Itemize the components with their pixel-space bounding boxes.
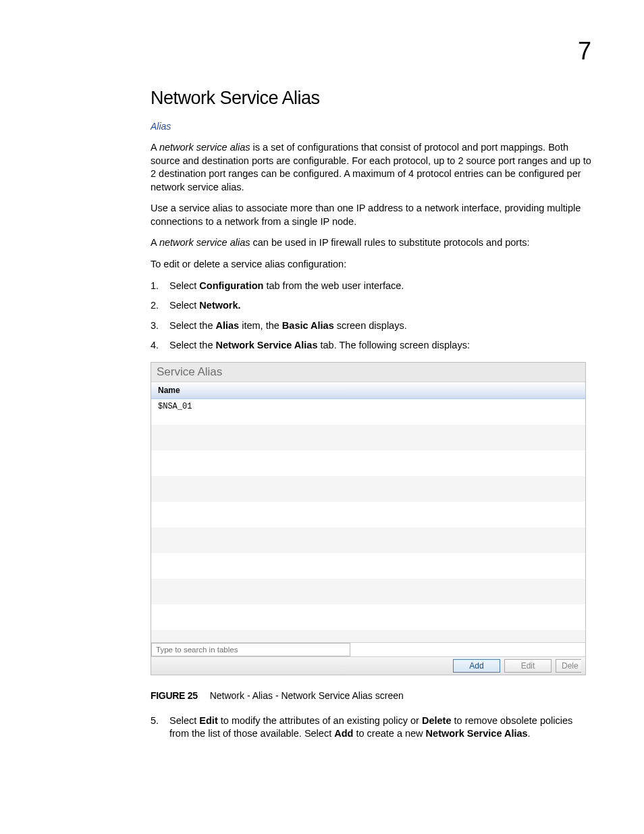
figure-caption-text: Network - Alias - Network Service Alias …	[210, 690, 404, 701]
bold-text: Edit	[199, 715, 217, 726]
step-3: Select the Alias item, the Basic Alias s…	[151, 319, 593, 333]
table-footer	[151, 642, 585, 656]
section-heading: Network Service Alias	[151, 88, 593, 109]
steps-list: Select Configuration tab from the web us…	[151, 280, 593, 353]
panel-title: Service Alias	[151, 363, 585, 382]
bold-text: Delete	[422, 715, 452, 726]
page-content: Network Service Alias Alias A network se…	[151, 88, 593, 741]
text: Select the	[169, 320, 216, 331]
bold-text: Configuration	[199, 280, 263, 291]
text: item, the	[239, 320, 282, 331]
text: Select	[169, 715, 199, 726]
add-button[interactable]: Add	[453, 659, 500, 673]
text: can be used in IP firewall rules to subs…	[250, 237, 529, 248]
edit-button[interactable]: Edit	[504, 659, 552, 673]
paragraph-1: A network service alias is a set of conf…	[151, 141, 593, 194]
text: to create a new	[353, 728, 425, 739]
table-row[interactable]: $NSA_01	[151, 399, 198, 414]
bold-text: Network Service Alias	[426, 728, 528, 739]
text: tab from the web user interface.	[263, 280, 404, 291]
figure-caption: FIGURE 25Network - Alias - Network Servi…	[151, 690, 593, 701]
step-5: Select Edit to modify the attributes of …	[151, 714, 593, 741]
delete-button[interactable]: Dele	[556, 659, 581, 673]
bold-text: Basic Alias	[282, 320, 334, 331]
steps-list-continued: Select Edit to modify the attributes of …	[151, 714, 593, 741]
bold-text: Alias	[216, 320, 240, 331]
text: Select	[169, 280, 199, 291]
paragraph-3: A network service alias can be used in I…	[151, 236, 593, 250]
toolbar: Add Edit Dele	[151, 656, 585, 675]
italic-text: network service alias	[159, 142, 250, 153]
italic-text: network service alias	[159, 237, 250, 248]
figure-label: FIGURE 25	[151, 690, 198, 701]
paragraph-2: Use a service alias to associate more th…	[151, 202, 593, 228]
table-column-header[interactable]: Name	[151, 382, 585, 399]
page-number: 7	[578, 37, 591, 66]
text: tab. The following screen displays:	[318, 340, 470, 350]
bold-text: Network Service Alias	[216, 340, 318, 350]
text: to modify the attributes of an existing …	[218, 715, 422, 726]
text: .	[528, 728, 531, 739]
text: screen displays.	[334, 320, 407, 331]
text: Select	[169, 300, 199, 311]
text: Select the	[169, 340, 216, 350]
step-1: Select Configuration tab from the web us…	[151, 280, 593, 293]
bold-text: Add	[334, 728, 353, 739]
screenshot-panel: Service Alias Name $NSA_01 Add Edit Dele	[151, 362, 586, 675]
step-4: Select the Network Service Alias tab. Th…	[151, 339, 593, 353]
bold-text: Network.	[199, 300, 240, 311]
alias-link[interactable]: Alias	[151, 121, 593, 132]
step-2: Select Network.	[151, 299, 593, 313]
search-input[interactable]	[151, 643, 350, 656]
text: A	[151, 142, 159, 153]
paragraph-4: To edit or delete a service alias config…	[151, 258, 593, 271]
text: A	[151, 237, 159, 248]
table-body[interactable]: $NSA_01	[151, 399, 585, 642]
